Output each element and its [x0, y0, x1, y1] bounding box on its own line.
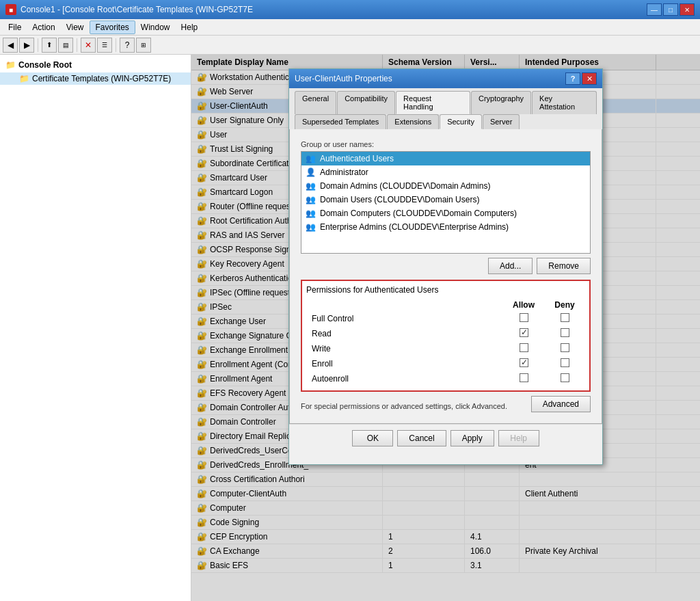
sidebar-cert-templates[interactable]: 📁 Certificate Templates (WIN-GP52T7E) — [0, 72, 191, 85]
perm-row-enroll: Enroll — [306, 356, 585, 371]
menu-file[interactable]: File — [3, 21, 27, 34]
user-buttons-row: Add... Remove — [301, 258, 591, 274]
perm-allow-full-control[interactable] — [520, 313, 528, 322]
perm-allow-autoenroll[interactable] — [520, 373, 528, 382]
perm-name-autoenroll: Autoenroll — [306, 371, 503, 386]
tab-general[interactable]: General — [295, 91, 336, 114]
help-footer-button[interactable]: Help — [498, 430, 539, 446]
minimize-button[interactable]: — — [647, 3, 662, 16]
dialog-title-bar: User-ClientAuth Properties ? ✕ — [289, 69, 602, 88]
user-icon-domain-admins: 👥 — [306, 181, 316, 191]
tab-superseded-templates[interactable]: Superseded Templates — [295, 114, 386, 129]
dialog-help-button[interactable]: ? — [565, 72, 580, 85]
forward-button[interactable]: ▶ — [19, 38, 34, 53]
perm-allow-write[interactable] — [520, 343, 528, 352]
perm-deny-enroll[interactable] — [561, 358, 569, 367]
tab-compatibility[interactable]: Compatibility — [337, 91, 395, 114]
tab-cryptography[interactable]: Cryptography — [471, 91, 531, 114]
perm-col-name — [306, 299, 503, 311]
main-layout: 📁 Console Root 📁 Certificate Templates (… — [0, 55, 700, 601]
tabs-row1-container: General Compatibility Request Handling C… — [295, 91, 597, 114]
console-root-label: Console Root — [18, 60, 72, 70]
sidebar: 📁 Console Root 📁 Certificate Templates (… — [0, 55, 191, 601]
user-item-enterprise-admins[interactable]: 👥 Enterprise Admins (CLOUDDEV\Enterprise… — [301, 220, 590, 234]
title-bar: ■ Console1 - [Console Root\Certificate T… — [0, 0, 700, 19]
delete-button[interactable]: ✕ — [81, 38, 96, 53]
dialog-title: User-ClientAuth Properties — [295, 74, 392, 83]
permissions-title: Permissions for Authenticated Users — [306, 285, 585, 295]
user-item-domain-admins[interactable]: 👥 Domain Admins (CLOUDDEV\Domain Admins) — [301, 179, 590, 193]
dialog-close-button[interactable]: ✕ — [582, 72, 597, 85]
permissions-table: Allow Deny Full Control — [306, 299, 585, 386]
properties-button[interactable]: ☰ — [97, 38, 112, 53]
advanced-button[interactable]: Advanced — [531, 396, 591, 412]
perm-row-read: Read — [306, 326, 585, 341]
help-icon-button[interactable]: ? — [120, 38, 135, 53]
perm-col-allow: Allow — [503, 299, 544, 311]
user-icon-administrator: 👤 — [306, 168, 316, 177]
tabs-row1: General Compatibility Request Handling C… — [289, 88, 602, 114]
tab-key-attestation[interactable]: Key Attestation — [532, 91, 597, 114]
perm-name-write: Write — [306, 341, 503, 356]
user-item-domain-computers[interactable]: 👥 Domain Computers (CLOUDDEV\Domain Comp… — [301, 206, 590, 220]
back-button[interactable]: ◀ — [3, 38, 18, 53]
perm-allow-enroll[interactable] — [520, 358, 528, 367]
user-icon-domain-users: 👥 — [306, 195, 316, 204]
tab-server[interactable]: Server — [483, 114, 520, 129]
user-item-authenticated-users[interactable]: 👥 Authenticated Users — [301, 152, 590, 165]
add-button[interactable]: Add... — [488, 258, 533, 274]
modal-overlay: User-ClientAuth Properties ? ✕ General C… — [191, 55, 700, 601]
perm-deny-full-control[interactable] — [561, 313, 569, 322]
content-area: Template Display Name Schema Version Ver… — [191, 55, 700, 601]
menu-help[interactable]: Help — [176, 21, 204, 34]
special-perms-text: For special permissions or advanced sett… — [301, 402, 507, 410]
user-icon-domain-computers: 👥 — [306, 209, 316, 218]
menu-favorites[interactable]: Favorites — [90, 21, 135, 34]
user-label-administrator: Administrator — [320, 168, 368, 177]
dialog-body: Group or user names: 👥 Authenticated Use… — [295, 135, 596, 418]
user-icon-enterprise-admins: 👥 — [306, 222, 316, 232]
up-button[interactable]: ⬆ — [42, 38, 57, 53]
close-button[interactable]: ✕ — [679, 3, 695, 16]
perm-deny-read[interactable] — [561, 328, 569, 337]
perm-name-enroll: Enroll — [306, 356, 503, 371]
tab-request-handling[interactable]: Request Handling — [396, 91, 470, 114]
user-label-domain-admins: Domain Admins (CLOUDDEV\Domain Admins) — [320, 181, 490, 191]
special-perms-row: For special permissions or advanced sett… — [301, 396, 591, 412]
ok-button[interactable]: OK — [352, 430, 393, 446]
menu-view[interactable]: View — [61, 21, 90, 34]
view-button[interactable]: ⊞ — [136, 38, 151, 53]
cert-templates-icon: 📁 — [19, 74, 29, 83]
cancel-button[interactable]: Cancel — [397, 430, 446, 446]
user-item-administrator[interactable]: 👤 Administrator — [301, 165, 590, 179]
perm-name-full-control: Full Control — [306, 311, 503, 326]
show-hide-button[interactable]: ▤ — [58, 38, 73, 53]
tab-security[interactable]: Security — [440, 114, 482, 129]
user-icon-authenticated: 👥 — [306, 154, 316, 163]
menu-window[interactable]: Window — [135, 21, 176, 34]
user-list: 👥 Authenticated Users 👤 Administrator 👥 … — [301, 151, 591, 254]
tab-extensions[interactable]: Extensions — [387, 114, 439, 129]
tabs-row2-wrapper: Superseded Templates Extensions Security… — [289, 114, 602, 129]
remove-button[interactable]: Remove — [537, 258, 591, 274]
dialog-footer: OK Cancel Apply Help — [289, 424, 602, 452]
group-user-names-label: Group or user names: — [301, 140, 591, 148]
menu-action[interactable]: Action — [27, 21, 60, 34]
perm-row-autoenroll: Autoenroll — [306, 371, 585, 386]
perm-row-full-control: Full Control — [306, 311, 585, 326]
sidebar-console-root[interactable]: 📁 Console Root — [0, 57, 191, 72]
dialog-controls: ? ✕ — [565, 72, 597, 85]
apply-button[interactable]: Apply — [450, 430, 494, 446]
dialog-user-clientauth: User-ClientAuth Properties ? ✕ General C… — [288, 68, 603, 465]
window-controls: — □ ✕ — [647, 3, 695, 16]
folder-icon: 📁 — [5, 60, 16, 70]
perm-deny-autoenroll[interactable] — [561, 373, 569, 382]
tab-content-security: Group or user names: 👥 Authenticated Use… — [289, 129, 602, 424]
perm-row-write: Write — [306, 341, 585, 356]
perm-col-deny: Deny — [544, 299, 585, 311]
maximize-button[interactable]: □ — [663, 3, 678, 16]
user-item-domain-users[interactable]: 👥 Domain Users (CLOUDDEV\Domain Users) — [301, 193, 590, 206]
perm-allow-read[interactable] — [520, 328, 528, 337]
perm-deny-write[interactable] — [561, 343, 569, 352]
cert-templates-label: Certificate Templates (WIN-GP52T7E) — [32, 74, 171, 83]
